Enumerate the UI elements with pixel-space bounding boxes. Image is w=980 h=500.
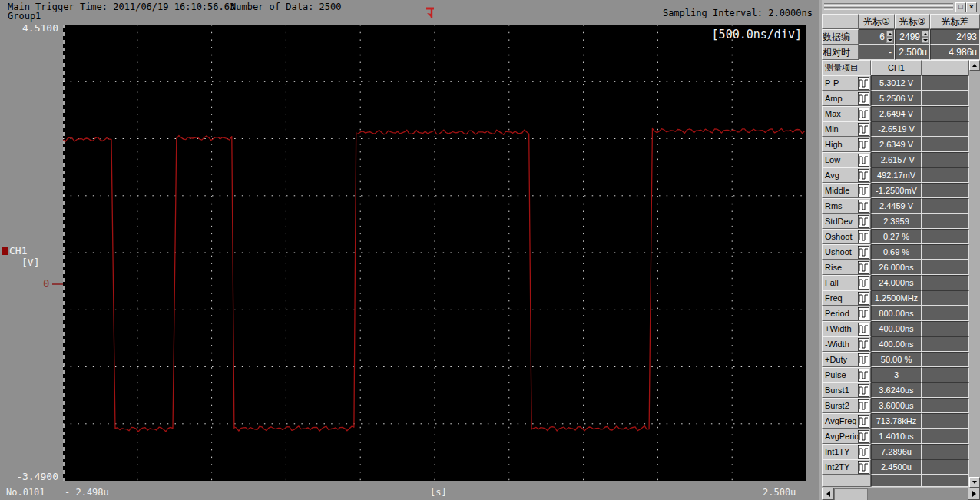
- measure-extra-header: [922, 60, 969, 75]
- cursor-spinner[interactable]: [886, 31, 893, 43]
- measure-item-icon: [858, 246, 869, 259]
- measure-item-label[interactable]: StdDev: [822, 214, 871, 229]
- waveform-plot-svg: [63, 25, 806, 481]
- measure-item-icon: [858, 369, 869, 382]
- measure-item-label[interactable]: +Width: [822, 321, 871, 336]
- splitter-groove: [824, 7, 953, 10]
- maximize-button[interactable]: □: [955, 2, 966, 12]
- measure-value: 2.4459 V: [871, 198, 922, 214]
- measure-item-label[interactable]: Burst2: [822, 398, 871, 413]
- measure-value: 3.6000us: [871, 398, 922, 413]
- measure-value: 713.78kHz: [871, 413, 922, 429]
- scroll-down-button[interactable]: [969, 477, 980, 488]
- measure-row: Period800.00ns: [822, 306, 969, 321]
- measure-item-label[interactable]: Max: [822, 106, 871, 121]
- measure-value-empty: [871, 475, 922, 487]
- measure-item-label[interactable]: Low: [822, 152, 871, 167]
- cursor-column-header: 光标差: [930, 14, 980, 29]
- measure-item-icon: [858, 169, 869, 182]
- vertical-scrollbar[interactable]: [969, 60, 980, 488]
- measure-value: -2.6157 V: [871, 152, 922, 167]
- measure-item-label[interactable]: AvgPeriod: [822, 429, 871, 444]
- measure-value: 3.6240us: [871, 382, 922, 398]
- zero-level-tick: [52, 283, 63, 285]
- measure-empty-cell: [922, 91, 969, 106]
- x-axis-unit-label: [s]: [430, 487, 447, 498]
- measure-value: 0.27 %: [871, 229, 922, 244]
- y-axis-min-label: -3.4900: [0, 471, 58, 482]
- measure-value: 26.000ns: [871, 260, 922, 275]
- measure-item-label[interactable]: Rms: [822, 198, 871, 214]
- measure-item-label[interactable]: Ushoot: [822, 244, 871, 260]
- measure-channel-header: CH1: [871, 60, 922, 75]
- measure-empty-cell: [922, 429, 969, 444]
- measure-item-label[interactable]: Min: [822, 121, 871, 137]
- trigger-position-icon[interactable]: [424, 7, 436, 20]
- measure-empty-cell: [922, 290, 969, 306]
- measure-empty-cell: [922, 275, 969, 290]
- spinner-down-icon[interactable]: [886, 37, 893, 43]
- spinner-down-icon[interactable]: [922, 37, 929, 43]
- measure-empty-cell: [922, 367, 969, 382]
- sampling-interval: Sampling Interval: 2.0000ns: [663, 8, 813, 18]
- measure-empty-cell: [922, 214, 969, 229]
- top-info-bar: Main Trigger Time: 2011/06/19 16:10:56.6…: [0, 0, 819, 23]
- measure-value: 1.4010us: [871, 429, 922, 444]
- measure-empty-cell: [922, 444, 969, 459]
- measure-item-label[interactable]: Burst1: [822, 382, 871, 398]
- cursor-spinner[interactable]: [922, 31, 929, 43]
- measure-item-icon: [858, 138, 869, 151]
- close-button[interactable]: ×: [966, 2, 977, 12]
- measure-empty-cell: [922, 121, 969, 137]
- measure-value: 0.69 %: [871, 244, 922, 260]
- measure-item-icon: [858, 415, 869, 428]
- measure-items-header: 测量项目: [822, 60, 871, 75]
- measure-value: 2.4500u: [871, 459, 922, 475]
- spinner-up-icon[interactable]: [886, 31, 893, 37]
- measure-item-label[interactable]: Oshoot: [822, 229, 871, 244]
- measure-item-label[interactable]: Period: [822, 306, 871, 321]
- measure-empty-cell: [922, 336, 969, 352]
- measure-empty-cell: [922, 152, 969, 167]
- measure-row: High2.6349 V: [822, 137, 969, 152]
- scroll-right-button[interactable]: [968, 488, 980, 500]
- triangle-left-icon: [826, 491, 830, 497]
- oscilloscope-app-window: Main Trigger Time: 2011/06/19 16:10:56.6…: [0, 0, 980, 500]
- measure-empty-cell: [922, 167, 969, 183]
- measure-row: Low-2.6157 V: [822, 152, 969, 167]
- horizontal-scroll-thumb[interactable]: [834, 488, 868, 500]
- horizontal-scrollbar[interactable]: [822, 488, 980, 500]
- measure-item-label[interactable]: Amp: [822, 91, 871, 106]
- measure-item-label[interactable]: Int2TY: [822, 459, 871, 475]
- scroll-left-button[interactable]: [822, 488, 834, 500]
- spinner-up-icon[interactable]: [922, 31, 929, 37]
- measure-item-label[interactable]: +Duty: [822, 352, 871, 367]
- measure-item-icon: [858, 430, 869, 443]
- measure-item-label[interactable]: Int1TY: [822, 444, 871, 459]
- measure-item-icon: [858, 154, 869, 167]
- measure-item-label[interactable]: Fall: [822, 275, 871, 290]
- measure-row: -Width400.00ns: [822, 336, 969, 352]
- y-axis-max-label: 4.5100: [0, 22, 58, 34]
- measure-value: 24.000ns: [871, 275, 922, 290]
- measure-item-label[interactable]: -Width: [822, 336, 871, 352]
- waveform-display[interactable]: [500.0ns/div]: [63, 25, 806, 481]
- measure-row: Burst13.6240us: [822, 382, 969, 398]
- measure-value: 1.2500MHz: [871, 290, 922, 306]
- measure-item-label[interactable]: Freq: [822, 290, 871, 306]
- measure-row: Rms2.4459 V: [822, 198, 969, 214]
- measure-item-label[interactable]: Avg: [822, 167, 871, 183]
- measure-item-label[interactable]: AvgFreq: [822, 413, 871, 429]
- measure-row: Avg492.17mV: [822, 167, 969, 183]
- measure-item-label[interactable]: Middle: [822, 183, 871, 198]
- measure-item-label[interactable]: Rise: [822, 260, 871, 275]
- cursor-row-label: 相对时间: [822, 45, 859, 60]
- measure-empty-cell: [922, 137, 969, 152]
- measure-item-label[interactable]: P-P: [822, 75, 871, 91]
- measure-item-label[interactable]: High: [822, 137, 871, 152]
- measure-item-icon: [858, 200, 869, 213]
- scroll-up-button[interactable]: [969, 60, 980, 71]
- measure-row: AvgFreq713.78kHz: [822, 413, 969, 429]
- measure-item-icon: [858, 384, 869, 397]
- measure-item-label[interactable]: Pulse: [822, 367, 871, 382]
